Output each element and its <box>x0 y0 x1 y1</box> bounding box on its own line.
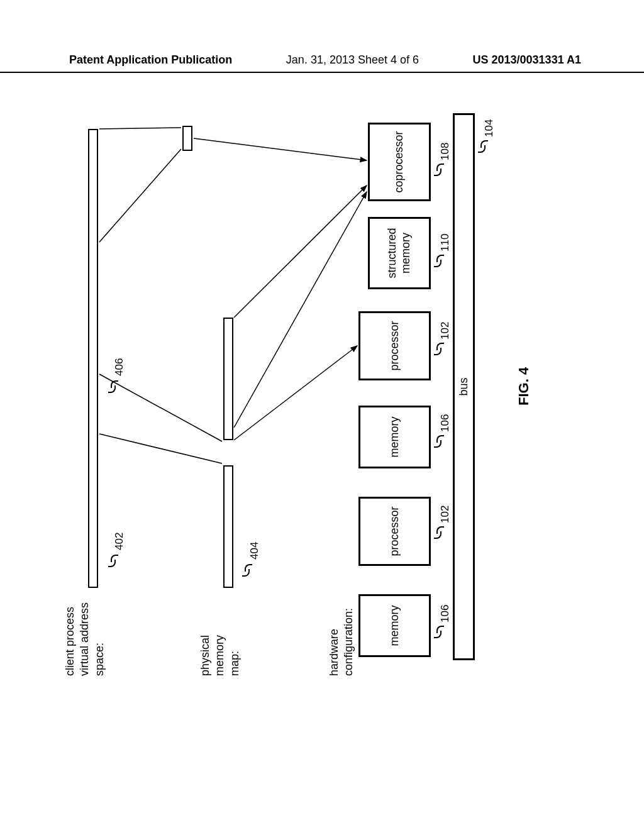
virtual-address-bar <box>88 129 98 588</box>
bus-box: bus <box>453 113 475 660</box>
arrows-overlay <box>63 110 579 676</box>
svg-line-6 <box>234 192 367 428</box>
phys-mem-seg-2 <box>223 318 233 440</box>
phys-mem-seg-3 <box>182 126 192 151</box>
label-hardware-config: hardware configuration: <box>327 608 357 676</box>
label-physical-memory: physical memory map: <box>198 635 242 676</box>
header-left: Patent Application Publication <box>69 53 232 67</box>
phys-mem-seg-1 <box>223 465 233 588</box>
ref-106a: 106 <box>439 605 452 622</box>
processor-box-1: processor <box>358 497 431 566</box>
ref-406: 406 <box>113 358 126 376</box>
svg-line-4 <box>234 346 357 440</box>
header-center: Jan. 31, 2013 Sheet 4 of 6 <box>286 53 419 67</box>
label-client-process: client process virtual address space: <box>63 602 107 676</box>
svg-line-3 <box>99 128 181 129</box>
ref-402: 402 <box>113 533 126 550</box>
memory-box-1: memory <box>358 594 431 657</box>
svg-line-5 <box>234 185 367 318</box>
structured-memory-box: structured memory <box>368 217 431 289</box>
svg-line-0 <box>99 434 222 463</box>
svg-line-7 <box>194 138 367 160</box>
figure-label: FIG. 4 <box>516 367 532 406</box>
memory-box-2: memory <box>358 406 431 468</box>
header-right: US 2013/0031331 A1 <box>473 53 581 67</box>
ref-404: 404 <box>248 542 261 560</box>
processor-box-2: processor <box>358 311 431 380</box>
ref-104: 104 <box>483 119 496 137</box>
ref-102a: 102 <box>439 506 452 523</box>
coprocessor-box: coprocessor <box>368 123 431 201</box>
svg-line-2 <box>99 149 181 242</box>
ref-102b: 102 <box>439 322 452 340</box>
ref-106b: 106 <box>439 414 452 432</box>
ref-110: 110 <box>439 234 452 252</box>
ref-108: 108 <box>439 143 452 160</box>
